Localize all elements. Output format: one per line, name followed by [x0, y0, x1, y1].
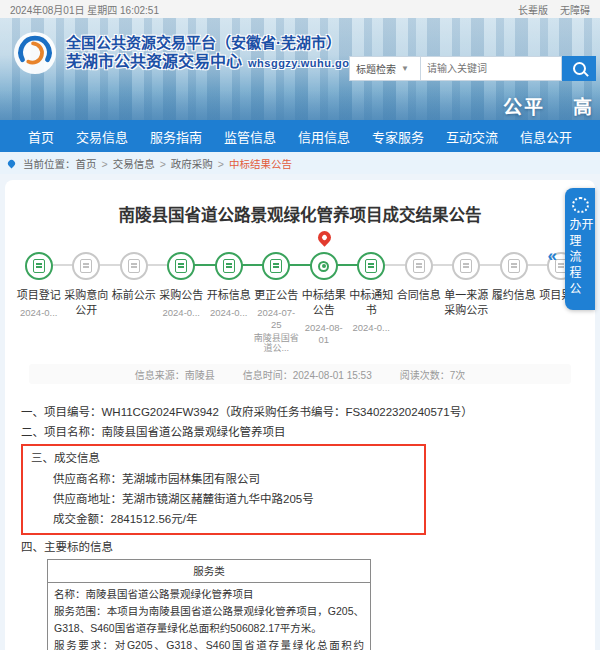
breadcrumb-link[interactable]: 政府采购 [171, 158, 213, 170]
deal-info-highlight-box: 三、成交信息 供应商名称：芜湖城市园林集团有限公司 供应商地址：芜湖市镜湖区赭麓… [21, 444, 426, 535]
document-icon [508, 259, 520, 273]
step-date: 2024-0... [348, 322, 396, 334]
step-label: 中标通知书 [348, 288, 396, 318]
banner-slogan: 公平高 [503, 92, 594, 119]
flow-step[interactable]: 标前公示 [110, 252, 158, 354]
flow-step[interactable]: 更正公告2024-07-25南陵县国省道公... [253, 252, 301, 354]
source-label: 信息来源： [135, 370, 185, 381]
step-circle-inactive [72, 252, 100, 280]
nav-item[interactable]: 信息公开 [520, 127, 572, 146]
top-utility-bar: 2024年08月01日 星期四 16:02:51 长辈版 无障碍 [0, 0, 600, 18]
document-icon [128, 259, 140, 273]
document-icon [80, 259, 92, 273]
site-brand: 全国公共资源交易平台（安徽省·芜湖市） 芜湖市公共资源交易中心whsggzy.w… [12, 30, 373, 76]
supplier-address-line: 供应商地址：芜湖市镜湖区赭麓街道九华中路205号 [31, 489, 416, 509]
step-date: 2024-0... [15, 307, 63, 319]
step-circle-active [262, 252, 290, 280]
breadcrumb-bar: 当前位置：首页>交易信息>政府采购>中标结果公告 [0, 152, 600, 174]
flow-step[interactable]: 采购意向公开 [63, 252, 111, 354]
flow-step[interactable]: 开标信息2024-0... [205, 252, 253, 354]
flow-step[interactable]: 项目登记2024-0... [15, 252, 63, 354]
step-date: 2024-07-25 [253, 307, 301, 332]
deal-heading: 三、成交信息 [31, 448, 416, 468]
article-body: 一、项目编号：WH11CG2024FW3942（政府采购任务书编号：FS3402… [21, 402, 581, 650]
step-label: 标前公示 [110, 288, 158, 303]
flow-step[interactable]: 单一来源采购公示 [443, 252, 491, 354]
step-label: 开标信息 [205, 288, 253, 303]
breadcrumb-prefix: 当前位置： [23, 158, 76, 170]
flow-step[interactable]: 合同信息 [395, 252, 443, 354]
breadcrumb-separator: > [218, 158, 224, 170]
table-row: 服务要求：对G205、G318、S460国省道存量绿化总面积约506082.17… [54, 637, 364, 650]
views-label: 阅读次数： [400, 370, 450, 381]
table-header-service-class: 服务类 [48, 560, 370, 583]
step-circle-inactive [500, 252, 528, 280]
nav-item[interactable]: 监管信息 [224, 127, 276, 146]
flow-step[interactable]: 中标结果公告2024-08-01 [300, 252, 348, 354]
flow-step[interactable]: 采购公告2024-0... [158, 252, 206, 354]
supplier-name-line: 供应商名称：芜湖城市园林集团有限公司 [31, 469, 416, 489]
breadcrumb-separator: > [102, 158, 108, 170]
step-label: 单一来源采购公示 [443, 288, 491, 318]
search-icon [573, 62, 586, 75]
search-input[interactable] [421, 56, 562, 81]
table-body: 名称：南陵县国省道公路景观绿化管养项目服务范围：本项目为南陵县国省道公路景观绿化… [48, 583, 370, 650]
source-value: 南陵县 [185, 370, 215, 381]
step-label: 履约信息 [490, 288, 538, 303]
site-header: 全国公共资源交易平台（安徽省·芜湖市） 芜湖市公共资源交易中心whsggzy.w… [0, 18, 600, 120]
breadcrumb-link[interactable]: 首页 [76, 158, 97, 170]
search-bar: 标题检索▼ [349, 56, 596, 81]
step-date: 2024-08-01 [300, 322, 348, 347]
step-circle-inactive [405, 252, 433, 280]
document-icon [175, 259, 187, 273]
search-category-dropdown[interactable]: 标题检索▼ [349, 56, 421, 81]
target-icon [318, 261, 329, 272]
process-disclosure-tab[interactable]: 办理流程公开 [565, 188, 595, 310]
nav-item[interactable]: 信用信息 [298, 127, 350, 146]
section4-heading: 四、主要标的信息 [21, 537, 581, 557]
main-nav: 首页交易信息服务指南监管信息信用信息专家服务互动交流信息公开 [0, 120, 600, 152]
service-info-table: 服务类 名称：南陵县国省道公路景观绿化管养项目服务范围：本项目为南陵县国省道公路… [47, 559, 371, 650]
table-row: 名称：南陵县国省道公路景观绿化管养项目 [54, 586, 364, 603]
site-title-line1: 全国公共资源交易平台（安徽省·芜湖市） [66, 34, 373, 53]
step-label: 更正公告 [253, 288, 301, 303]
nav-item[interactable]: 首页 [28, 127, 54, 146]
site-logo-icon [12, 30, 58, 76]
step-circle-active [167, 252, 195, 280]
time-label: 信息时间： [243, 370, 293, 381]
step-circle-inactive [452, 252, 480, 280]
document-icon [223, 259, 235, 273]
nav-item[interactable]: 交易信息 [76, 127, 128, 146]
side-tab-label: 办理流程公开 [568, 218, 592, 310]
site-title-line2: 芜湖市公共资源交易中心whsggzy.wuhu.gov.cn [66, 52, 373, 72]
breadcrumb-separator: > [160, 158, 166, 170]
flow-step[interactable]: 履约信息 [490, 252, 538, 354]
flow-step[interactable]: 中标通知书2024-0... [348, 252, 396, 354]
procurement-flow-stepper: 项目登记2024-0...采购意向公开标前公示采购公告2024-0...开标信息… [15, 252, 585, 354]
step-circle-active [310, 252, 338, 280]
step-circle-active [215, 252, 243, 280]
document-icon [460, 259, 472, 273]
breadcrumb-link[interactable]: 交易信息 [113, 158, 155, 170]
views-value: 7次 [450, 370, 466, 381]
project-name-line: 二、项目名称：南陵县国省道公路景观绿化管养项目 [21, 422, 581, 442]
step-date: 2024-0... [158, 307, 206, 319]
content-background: « 办理流程公开 南陵县国省道公路景观绿化管养项目成交结果公告 项目登记2024… [0, 174, 600, 650]
article-meta: 信息来源：南陵县 信息时间：2024-08-01 15:53 阅读次数：7次 [29, 364, 571, 384]
accessibility-link[interactable]: 无障碍 [560, 2, 590, 17]
step-date: 2024-0... [205, 307, 253, 319]
nav-item[interactable]: 专家服务 [372, 127, 424, 146]
document-icon [270, 259, 282, 273]
current-step-pin-icon [315, 228, 333, 246]
nav-item[interactable]: 服务指南 [150, 127, 202, 146]
datetime-text: 2024年08月01日 星期四 16:02:51 [10, 2, 159, 17]
collapse-chevron-icon[interactable]: « [548, 246, 557, 266]
location-pin-icon [7, 158, 17, 168]
elder-version-link[interactable]: 长辈版 [518, 2, 548, 17]
page-title: 南陵县国省道公路景观绿化管养项目成交结果公告 [15, 202, 585, 226]
step-label: 项目登记 [15, 288, 63, 303]
search-button[interactable] [562, 56, 596, 81]
step-circle-inactive [120, 252, 148, 280]
nav-item[interactable]: 互动交流 [446, 127, 498, 146]
time-value: 2024-08-01 15:53 [293, 370, 372, 381]
